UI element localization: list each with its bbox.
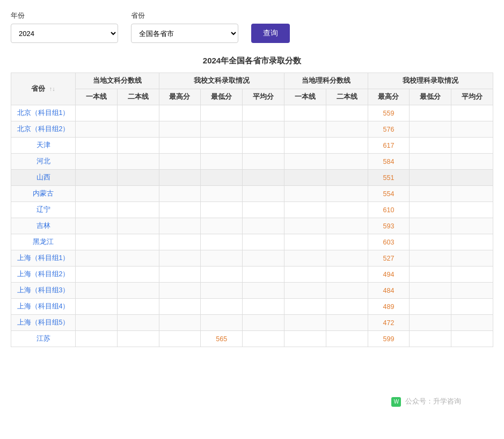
province-link[interactable]: 上海（科目组1）	[17, 254, 70, 262]
cell-wk_min	[201, 121, 243, 138]
cell-wk_min: 565	[201, 331, 243, 347]
query-button[interactable]: 查询	[251, 24, 290, 43]
province-link[interactable]: 天津	[36, 141, 50, 149]
province-link[interactable]: 黑龙江	[33, 238, 54, 246]
cell-lk_max: 584	[368, 154, 410, 170]
cell-wk_min	[201, 105, 243, 121]
cell-wk_avg	[243, 331, 284, 347]
cell-yk2	[117, 234, 159, 250]
cell-yk1	[76, 250, 118, 267]
cell-lk2	[326, 154, 368, 170]
cell-yk2	[117, 218, 159, 234]
header-wk-min: 最低分	[201, 89, 243, 105]
cell-lk_min	[410, 105, 451, 121]
cell-wk_max	[159, 250, 201, 267]
cell-lk_max: 484	[368, 283, 410, 299]
cell-lk_max: 617	[368, 138, 410, 154]
cell-lk_min	[410, 154, 451, 170]
province-link[interactable]: 河北	[36, 157, 50, 165]
cell-lk_avg	[451, 283, 493, 299]
province-link[interactable]: 上海（科目组4）	[17, 303, 70, 310]
cell-yk1	[76, 267, 118, 283]
table-row: 吉林593	[11, 218, 493, 234]
province-link[interactable]: 吉林	[36, 222, 50, 229]
cell-yk2	[117, 283, 159, 299]
cell-lk_min	[410, 186, 451, 202]
year-select[interactable]: 2024 2023 2022 2021	[11, 24, 118, 43]
cell-lk2	[326, 267, 368, 283]
wechat-icon: W	[391, 397, 401, 407]
cell-lk_min	[410, 315, 451, 331]
table-row: 上海（科目组2）494	[11, 267, 493, 283]
cell-province: 上海（科目组3）	[11, 283, 76, 299]
cell-wk_max	[159, 315, 201, 331]
cell-lk_avg	[451, 218, 493, 234]
province-link[interactable]: 上海（科目组5）	[17, 319, 70, 326]
cell-yk2	[117, 250, 159, 267]
table-row: 辽宁610	[11, 202, 493, 218]
cell-wk_avg	[243, 105, 284, 121]
cell-wk_max	[159, 283, 201, 299]
year-label: 年份	[11, 11, 118, 20]
cell-wk_min	[201, 283, 243, 299]
header-lk-avg: 平均分	[451, 89, 493, 105]
cell-lk1	[284, 121, 326, 138]
filter-bar: 年份 2024 2023 2022 2021 省份 全国各省市 北京 天津 河北…	[11, 11, 493, 43]
cell-lk_avg	[451, 267, 493, 283]
cell-yk1	[76, 138, 118, 154]
cell-wk_max	[159, 170, 201, 186]
cell-lk2	[326, 170, 368, 186]
sort-icon[interactable]: ↑↓	[49, 85, 55, 92]
cell-wk_min	[201, 186, 243, 202]
cell-yk2	[117, 186, 159, 202]
cell-wk_max	[159, 186, 201, 202]
cell-lk_min	[410, 121, 451, 138]
header-lk-max: 最高分	[368, 89, 410, 105]
cell-lk_avg	[451, 315, 493, 331]
province-link[interactable]: 山西	[36, 174, 50, 181]
province-link[interactable]: 上海（科目组2）	[17, 270, 70, 278]
cell-lk_max: 599	[368, 331, 410, 347]
cell-yk2	[117, 202, 159, 218]
cell-province: 上海（科目组2）	[11, 267, 76, 283]
province-link[interactable]: 上海（科目组3）	[17, 286, 70, 294]
province-link[interactable]: 辽宁	[36, 206, 50, 213]
province-link[interactable]: 北京（科目组2）	[17, 125, 70, 133]
cell-yk2	[117, 267, 159, 283]
cell-province: 黑龙江	[11, 234, 76, 250]
province-label: 省份	[131, 11, 238, 20]
cell-lk_max: 489	[368, 299, 410, 315]
cell-lk_avg	[451, 186, 493, 202]
cell-yk1	[76, 331, 118, 347]
cell-wk_avg	[243, 154, 284, 170]
table-row: 内蒙古554	[11, 186, 493, 202]
cell-wk_avg	[243, 202, 284, 218]
cell-lk_max: 472	[368, 315, 410, 331]
header-like-local: 当地理科分数线	[284, 73, 368, 89]
cell-wk_avg	[243, 234, 284, 250]
province-link[interactable]: 内蒙古	[33, 190, 54, 197]
province-select[interactable]: 全国各省市 北京 天津 河北 山西 内蒙古 辽宁 吉林 黑龙江 上海 江苏	[131, 24, 238, 43]
cell-yk1	[76, 299, 118, 315]
cell-province: 北京（科目组2）	[11, 121, 76, 138]
cell-yk1	[76, 170, 118, 186]
province-link[interactable]: 江苏	[36, 335, 50, 342]
cell-lk_max: 576	[368, 121, 410, 138]
watermark: W 公众号：升学咨询	[391, 397, 461, 407]
cell-wk_max	[159, 105, 201, 121]
cell-wk_avg	[243, 138, 284, 154]
cell-province: 山西	[11, 170, 76, 186]
cell-wk_avg	[243, 121, 284, 138]
cell-wk_avg	[243, 267, 284, 283]
cell-lk_avg	[451, 299, 493, 315]
cell-lk1	[284, 267, 326, 283]
cell-province: 河北	[11, 154, 76, 170]
province-link[interactable]: 北京（科目组1）	[17, 109, 70, 117]
cell-wk_min	[201, 315, 243, 331]
cell-wk_avg	[243, 299, 284, 315]
cell-wk_avg	[243, 315, 284, 331]
cell-wk_avg	[243, 218, 284, 234]
cell-lk_min	[410, 250, 451, 267]
cell-lk2	[326, 202, 368, 218]
cell-yk1	[76, 315, 118, 331]
